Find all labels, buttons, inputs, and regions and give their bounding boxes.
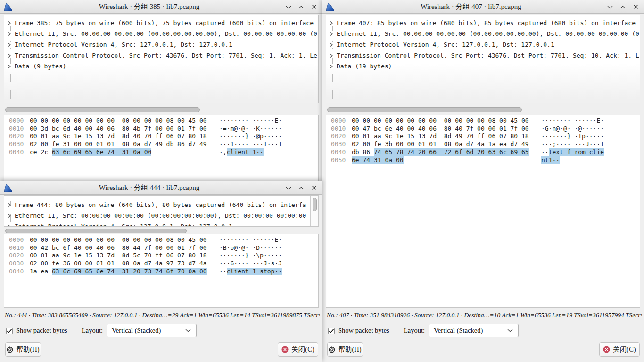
tree-row[interactable]: Transmission Control Protocol, Src Port:… (6, 50, 318, 61)
ascii-bytes: ···1···· ···I···I (219, 140, 282, 148)
tree-row[interactable]: Internet Protocol Version 4, Src: 127.0.… (6, 221, 310, 227)
wireshark-logo-icon (3, 183, 13, 193)
vertical-scrollbar[interactable] (313, 198, 317, 211)
horizontal-scrollbar[interactable] (327, 107, 522, 112)
hex-bytes: 1a ea 63 6c 69 65 6e 74 31 20 73 74 6f 7… (30, 268, 219, 276)
layout-select[interactable]: Vertical (Stacked) (429, 324, 519, 337)
tree-row[interactable]: Ethernet II, Src: 00:00:00_00:00:00 (00:… (328, 28, 640, 39)
expander-icon (6, 20, 12, 26)
close-button[interactable]: 关闭(C) (599, 342, 640, 357)
help-button[interactable]: 帮助(H) (5, 342, 41, 357)
hex-row[interactable]: 000000 00 00 00 00 00 00 00 00 00 00 00 … (9, 236, 318, 244)
hex-offset: 0030 (331, 140, 346, 148)
hex-offset: 0030 (9, 260, 24, 268)
chevron-down-icon (185, 329, 191, 332)
close-window-button[interactable] (632, 4, 639, 10)
close-circle-icon (603, 346, 610, 353)
selected-bytes: client 1·· (227, 148, 264, 156)
tree-row-label: Internet Protocol Version 4, Src: 127.0.… (15, 221, 232, 227)
minimize-button[interactable] (607, 4, 613, 10)
hex-row[interactable]: 001000 42 bc 6f 40 00 40 06 80 44 7f 00 … (9, 244, 318, 252)
selected-bytes: 63 6c 69 65 6e 74 31 0a 00 (52, 148, 151, 156)
selected-bytes: 74 65 78 74 20 66 72 6f 6d 20 63 6c 69 6… (374, 148, 529, 156)
show-packet-bytes-checkbox[interactable] (328, 328, 335, 334)
hex-row[interactable]: 001000 3d bc 6d 40 00 40 06 80 4b 7f 00 … (9, 125, 318, 133)
close-window-button[interactable] (311, 4, 317, 10)
hex-row[interactable]: 001000 47 bc 6e 40 00 40 06 80 40 7f 00 … (331, 125, 640, 133)
help-button[interactable]: 帮助(H) (327, 342, 363, 357)
titlebar[interactable]: Wireshark · 分组 444 · lib7.pcapng (0, 181, 322, 195)
checkmark-icon (7, 328, 12, 334)
hex-offset: 0010 (9, 244, 24, 252)
hex-offset: 0010 (9, 125, 24, 133)
hex-row[interactable]: 000000 00 00 00 00 00 00 00 00 00 00 00 … (331, 117, 640, 125)
selected-bytes: 6e 74 31 0a 00 (352, 156, 404, 164)
packet-status-line: No.: 444 · Time: 383.865565409 · Source:… (5, 312, 320, 319)
expander-icon (328, 42, 334, 48)
ascii-bytes: ·······} ·@p····· (219, 132, 282, 140)
expander-icon (328, 31, 334, 37)
layout-label: Layout: (404, 327, 425, 335)
layout-label: Layout: (82, 327, 103, 335)
show-packet-bytes-label: Show packet bytes (16, 327, 67, 335)
hex-row[interactable]: 003002 00 fe 36 00 00 01 01 08 0a d7 4a … (9, 260, 318, 268)
hex-offset: 0020 (9, 132, 24, 140)
tree-row-label: Frame 407: 85 bytes on wire (680 bits), … (337, 17, 636, 28)
selected-bytes: text f rom clie (549, 148, 604, 156)
tree-row[interactable]: Data (9 bytes) (6, 61, 318, 72)
show-packet-bytes-checkbox[interactable] (6, 328, 13, 334)
hex-row[interactable]: 002000 01 aa 9c 1e 15 13 7d 8d 5c 70 ff … (9, 252, 318, 260)
tree-row-label: Ethernet II, Src: 00:00:00_00:00:00 (00:… (15, 210, 306, 221)
minimize-button[interactable] (285, 4, 292, 10)
vertical-scrollbar-track (310, 196, 318, 226)
minimize-button[interactable] (285, 185, 292, 191)
close-window-button[interactable] (311, 185, 317, 191)
tree-row[interactable]: Ethernet II, Src: 00:00:00_00:00:00 (00:… (6, 28, 318, 39)
hex-row[interactable]: 003002 00 fe 3b 00 00 01 01 08 0a d7 4a … (331, 140, 640, 148)
ascii-bytes: ·=·m@·@· ·K······ (219, 125, 282, 132)
titlebar[interactable]: Wireshark · 分组 385 · lib7.pcapng (0, 0, 322, 14)
tree-row[interactable]: Frame 444: 80 bytes on wire (640 bits), … (6, 199, 310, 210)
hex-bytes: 02 00 fe 3b 00 00 01 01 08 0a d7 4a 1a e… (352, 140, 541, 148)
horizontal-scrollbar[interactable] (5, 229, 187, 233)
expander-icon (6, 213, 12, 219)
hex-row[interactable]: 002000 01 aa 9c 1e 15 13 7d 8d 40 70 ff … (9, 132, 318, 140)
hex-row[interactable]: 000000 00 00 00 00 00 00 00 00 00 00 00 … (9, 117, 318, 125)
tree-row[interactable]: Transmission Control Protocol, Src Port:… (328, 50, 640, 61)
hex-bytes: 02 00 fe 31 00 00 01 01 08 0a d7 49 db 8… (30, 140, 219, 148)
hex-row[interactable]: 0040db 86 74 65 78 74 20 66 72 6f 6d 20 … (331, 148, 640, 156)
tree-row[interactable]: Internet Protocol Version 4, Src: 127.0.… (328, 39, 640, 50)
close-button[interactable]: 关闭(C) (278, 342, 318, 357)
tree-row[interactable]: Data (19 bytes) (328, 61, 640, 72)
hex-row[interactable]: 0040ce 2c 63 6c 69 65 6e 74 31 0a 00·,cl… (9, 148, 318, 156)
show-packet-bytes-label: Show packet bytes (338, 327, 389, 335)
hex-row[interactable]: 00401a ea 63 6c 69 65 6e 74 31 20 73 74 … (9, 268, 318, 276)
hex-bytes: 6e 74 31 0a 00 (352, 156, 541, 165)
tree-row[interactable]: Frame 407: 85 bytes on wire (680 bits), … (328, 17, 640, 28)
hex-offset: 0040 (9, 148, 24, 156)
ascii-bytes: nt1·· (541, 156, 560, 164)
hex-row[interactable]: 003002 00 fe 31 00 00 01 01 08 0a d7 49 … (9, 140, 318, 148)
hex-offset: 0040 (331, 148, 346, 156)
tree-row-label: Frame 444: 80 bytes on wire (640 bits), … (15, 199, 306, 210)
expander-icon (6, 202, 12, 208)
expander-icon (6, 224, 12, 227)
maximize-button[interactable] (298, 4, 305, 10)
hex-row[interactable]: 002000 01 aa 9c 1e 15 13 7d 8d 49 70 ff … (331, 132, 640, 140)
hex-row[interactable]: 00506e 74 31 0a 00nt1·· (331, 156, 640, 165)
hex-offset: 0020 (331, 132, 346, 140)
maximize-button[interactable] (619, 4, 626, 10)
ascii-bytes: ········ ······E· (541, 117, 604, 124)
maximize-button[interactable] (298, 185, 305, 191)
titlebar[interactable]: Wireshark · 分组 407 · lib7.pcapng (322, 0, 644, 14)
horizontal-scrollbar[interactable] (5, 107, 200, 112)
window-title: Wireshark · 分组 444 · lib7.pcapng (13, 183, 285, 192)
layout-select[interactable]: Vertical (Stacked) (107, 324, 197, 337)
tree-row[interactable]: Internet Protocol Version 4, Src: 127.0.… (6, 39, 318, 50)
tree-row[interactable]: Ethernet II, Src: 00:00:00_00:00:00 (00:… (6, 210, 310, 221)
hex-offset: 0020 (9, 252, 24, 260)
chevron-down-icon (507, 329, 513, 332)
close-circle-icon (281, 346, 289, 353)
tree-row[interactable]: Frame 385: 75 bytes on wire (600 bits), … (6, 17, 318, 28)
selected-bytes: 63 6c 69 65 6e 74 31 20 73 74 6f 70 0a 0… (52, 268, 207, 275)
